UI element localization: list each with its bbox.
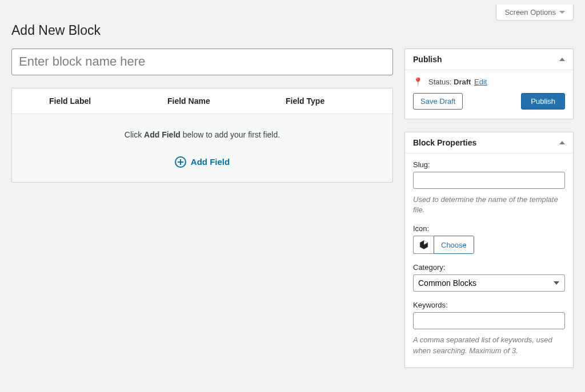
chevron-down-icon — [559, 11, 565, 14]
keywords-input[interactable] — [413, 312, 565, 329]
icon-label: Icon: — [413, 224, 565, 233]
cube-icon — [419, 240, 429, 250]
col-field-name: Field Name — [156, 88, 274, 114]
publish-button[interactable]: Publish — [521, 93, 565, 110]
collapse-toggle-icon[interactable] — [559, 58, 565, 61]
screen-options-button[interactable]: Screen Options — [496, 5, 574, 21]
slug-input[interactable] — [413, 172, 565, 189]
save-draft-button[interactable]: Save Draft — [413, 93, 463, 110]
category-label: Category: — [413, 263, 565, 272]
side-column: Publish 📍 Status: Draft Edit Save Draft … — [404, 49, 574, 381]
edit-status-link[interactable]: Edit — [474, 78, 487, 86]
status-value: Draft — [454, 78, 471, 86]
page-title: Add New Block — [11, 23, 574, 38]
collapse-toggle-icon[interactable] — [559, 141, 565, 144]
properties-panel-title: Block Properties — [413, 138, 476, 147]
col-field-label: Field Label — [12, 88, 156, 114]
pin-icon: 📍 — [413, 77, 423, 86]
fields-table: Field Label Field Name Field Type Click … — [11, 88, 393, 183]
block-name-input[interactable] — [11, 49, 393, 75]
plus-circle-icon — [175, 156, 186, 168]
top-bar: Screen Options — [0, 0, 585, 21]
publish-panel: Publish 📍 Status: Draft Edit Save Draft … — [404, 49, 574, 119]
add-field-button[interactable]: Add Field — [175, 156, 230, 168]
publish-panel-title: Publish — [413, 55, 442, 64]
keywords-help: A comma separated list of keywords, used… — [413, 335, 565, 355]
col-field-type: Field Type — [274, 88, 392, 114]
slug-label: Slug: — [413, 160, 565, 169]
status-label: Status: — [428, 78, 454, 86]
category-select[interactable]: Common Blocks — [413, 274, 565, 292]
fields-header: Field Label Field Name Field Type — [12, 88, 392, 114]
choose-icon-button[interactable]: Choose — [434, 236, 474, 254]
add-field-label: Add Field — [191, 157, 230, 167]
fields-empty-state: Click Add Field below to add your first … — [12, 114, 392, 148]
block-properties-panel: Block Properties Slug: Used to determine… — [404, 132, 574, 368]
main-column: Field Label Field Name Field Type Click … — [11, 49, 393, 183]
icon-preview — [413, 236, 434, 254]
screen-options-label: Screen Options — [504, 8, 556, 17]
keywords-label: Keywords: — [413, 301, 565, 309]
slug-help: Used to determine the name of the templa… — [413, 195, 565, 215]
